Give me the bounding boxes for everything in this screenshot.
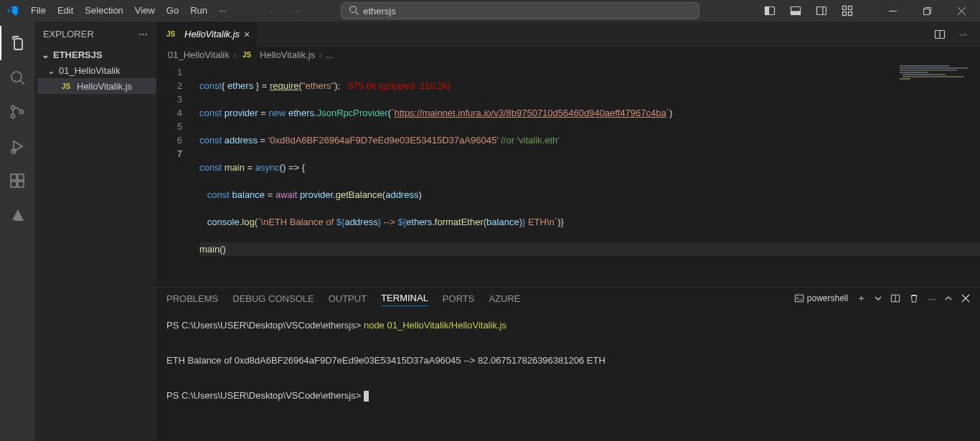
svg-rect-26: [18, 174, 24, 180]
svg-rect-33: [903, 74, 946, 75]
term-prompt: PS C:\Users\USER\Desktop\VSCode\ethersjs…: [166, 390, 364, 401]
panel-tab-ports[interactable]: PORTS: [443, 291, 475, 306]
svg-line-17: [20, 80, 24, 85]
breadcrumb-folder[interactable]: 01_HelloVitalik: [168, 49, 230, 60]
panel-tab-problems[interactable]: PROBLEMS: [166, 291, 218, 306]
svg-rect-8: [842, 6, 846, 10]
svg-point-0: [350, 6, 357, 12]
js-file-icon: JS: [165, 30, 176, 38]
svg-rect-36: [795, 295, 803, 302]
activity-source-control[interactable]: [0, 95, 34, 129]
terminal-content[interactable]: PS C:\Users\USER\Desktop\VSCode\ethersjs…: [156, 309, 980, 441]
menu-bar: File Edit Selection View Go Run ···: [25, 0, 232, 22]
svg-rect-25: [18, 181, 24, 187]
kill-terminal-icon[interactable]: [909, 293, 919, 303]
panel-tab-debug-console[interactable]: DEBUG CONSOLE: [232, 291, 314, 306]
svg-rect-30: [900, 67, 968, 69]
split-terminal-icon[interactable]: [890, 293, 900, 303]
sidebar-more-icon[interactable]: ···: [138, 28, 148, 41]
menu-file[interactable]: File: [25, 0, 52, 22]
panel-more-icon[interactable]: ···: [928, 293, 936, 304]
code-area[interactable]: 1234567 const{ ethers } = require("ether…: [156, 62, 980, 287]
close-panel-icon[interactable]: [961, 294, 970, 303]
menu-edit[interactable]: Edit: [52, 0, 79, 22]
chevron-down-icon: ⌄: [40, 49, 50, 60]
activity-explorer[interactable]: [0, 26, 34, 60]
svg-rect-23: [11, 174, 17, 180]
editor-tabs: JS HelloVitalik.js × ···: [156, 22, 980, 47]
line-gutter: 1234567: [156, 62, 192, 161]
new-terminal-icon[interactable]: ＋: [857, 292, 866, 305]
breadcrumb[interactable]: 01_HelloVitalik › JS HelloVitalik.js › .…: [156, 47, 980, 62]
editor-more-icon[interactable]: ···: [953, 24, 973, 44]
window-maximize[interactable]: [911, 0, 944, 22]
window-close[interactable]: [946, 0, 979, 22]
chevron-right-icon: ›: [233, 49, 236, 60]
svg-rect-24: [11, 181, 17, 187]
code-content[interactable]: const{ ethers } = require("ethers"); 575…: [199, 62, 980, 270]
svg-rect-13: [924, 9, 930, 14]
panel-actions: powershell ＋ ···: [794, 292, 970, 305]
tree-folder[interactable]: ⌄ 01_HelloVitalik: [37, 62, 156, 78]
titlebar-right: [758, 0, 980, 22]
svg-rect-5: [791, 11, 800, 15]
svg-rect-29: [900, 65, 950, 67]
panel-tab-terminal[interactable]: TERMINAL: [381, 290, 428, 306]
activity-azure[interactable]: [0, 198, 34, 232]
menu-view[interactable]: View: [129, 0, 161, 22]
file-tree: ⌄ ETHERSJS ⌄ 01_HelloVitalik JS HelloVit…: [34, 47, 156, 94]
svg-rect-3: [765, 7, 768, 15]
shell-name: powershell: [807, 293, 848, 303]
menu-selection[interactable]: Selection: [79, 0, 128, 22]
tree-project-root[interactable]: ⌄ ETHERSJS: [37, 47, 156, 62]
command-center[interactable]: ethersjs: [341, 2, 699, 19]
terminal-cursor: [364, 391, 369, 402]
sidebar-title: EXPLORER: [43, 29, 94, 39]
editor-tab-actions: ···: [930, 22, 980, 47]
activity-extensions[interactable]: [0, 163, 34, 198]
terminal-dropdown-icon[interactable]: [875, 295, 882, 302]
search-text: ethersjs: [363, 6, 396, 16]
layout-sidebar-right-icon[interactable]: [809, 0, 834, 22]
svg-rect-6: [816, 7, 826, 15]
sidebar-header: EXPLORER ···: [34, 22, 156, 47]
svg-point-19: [11, 115, 15, 118]
svg-rect-32: [900, 72, 928, 73]
menu-more[interactable]: ···: [213, 0, 232, 22]
editor-tab[interactable]: JS HelloVitalik.js ×: [156, 22, 258, 47]
js-file-icon: JS: [241, 51, 253, 59]
maximize-panel-icon[interactable]: [944, 294, 953, 303]
split-editor-icon[interactable]: [930, 24, 950, 44]
term-output: ETH Balance of 0xd8dA6BF26964aF9D7eEd9e0…: [166, 355, 606, 366]
svg-line-1: [356, 11, 359, 14]
terminal-shell-select[interactable]: powershell: [794, 293, 848, 303]
layout-customize-icon[interactable]: [835, 0, 859, 22]
menu-go[interactable]: Go: [161, 0, 184, 22]
layout-panel-icon[interactable]: [783, 0, 808, 22]
layout-sidebar-left-icon[interactable]: [758, 0, 782, 22]
nav-back[interactable]: ←: [265, 2, 282, 19]
project-name: ETHERSJS: [53, 49, 103, 60]
nav-forward[interactable]: →: [288, 2, 305, 19]
breadcrumb-file[interactable]: HelloVitalik.js: [260, 49, 315, 60]
svg-rect-31: [900, 70, 957, 71]
file-name: HelloVitalik.js: [77, 81, 132, 92]
menu-run[interactable]: Run: [184, 0, 213, 22]
svg-point-16: [11, 72, 22, 82]
term-prompt: PS C:\Users\USER\Desktop\VSCode\ethersjs…: [166, 320, 364, 331]
window-minimize[interactable]: [877, 0, 910, 22]
tree-file[interactable]: JS HelloVitalik.js: [37, 78, 156, 94]
activity-run-debug[interactable]: [0, 129, 34, 163]
tab-close-icon[interactable]: ×: [244, 29, 250, 40]
activity-search[interactable]: [0, 60, 34, 95]
titlebar: File Edit Selection View Go Run ··· ← → …: [0, 0, 980, 22]
svg-rect-35: [900, 78, 910, 80]
terminal-icon: [794, 293, 804, 303]
activity-bar: [0, 22, 34, 441]
breadcrumb-more[interactable]: ...: [326, 49, 334, 60]
term-command: node 01_HelloVitalik/HelloVitalik.js: [364, 320, 507, 331]
svg-rect-11: [848, 12, 852, 16]
minimap[interactable]: [900, 65, 971, 87]
panel-tab-output[interactable]: OUTPUT: [329, 291, 367, 306]
panel-tab-azure[interactable]: AZURE: [489, 291, 520, 306]
